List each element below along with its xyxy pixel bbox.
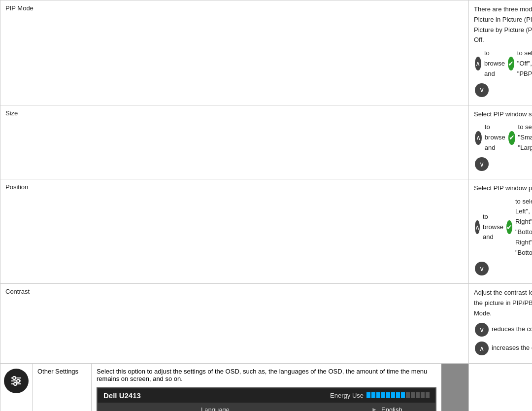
check-icon: ✔ [508, 57, 514, 70]
pos-down-icon: ∨ [475, 262, 489, 275]
osd-energy: Energy Use [330, 392, 430, 399]
energy-seg-7 [396, 392, 400, 398]
contrast-reduces-row: ∨ reduces the contrast [474, 322, 532, 338]
pip-mode-label: PIP Mode [0, 0, 469, 105]
energy-seg-11 [416, 392, 420, 398]
contrast-up-icon: ∧ [475, 342, 489, 355]
language-label: Language [201, 406, 367, 411]
osd-row-language: Language ► English [196, 403, 435, 411]
pip-mode-description: There are three modes: Picture in Pictur… [474, 4, 532, 45]
energy-seg-3 [376, 392, 380, 398]
contrast-increases-text: increases the contrast [492, 343, 532, 353]
energy-seg-12 [421, 392, 425, 398]
size-description: Select PIP window size. [474, 109, 532, 120]
contrast-description: Adjust the contrast level of the picture… [474, 288, 532, 318]
contrast-down-icon: ∨ [475, 323, 489, 337]
svg-point-3 [13, 377, 16, 379]
position-nav: ∧ to browse and ✔ to select "Top-Left", … [474, 197, 532, 258]
other-settings-row: Other Settings Select this option to adj… [0, 363, 532, 411]
size-nav: ∧ to browse and ✔ to select "Small" or "… [474, 122, 532, 153]
osd-sidebar: ☀ Brightness / Contrast → Input Source [98, 403, 196, 411]
pos-select-text: to select "Top-Left", "Top-Right", "Bott… [515, 197, 532, 258]
position-row: Position Select PIP window position. ∧ t… [0, 179, 532, 284]
position-description: Select PIP window position. [474, 183, 532, 194]
osd-body: ☀ Brightness / Contrast → Input Source [98, 403, 435, 411]
osd-header: Dell U2413 Energy Use [98, 388, 435, 403]
position-content: Select PIP window position. ∧ to browse … [469, 179, 532, 284]
pip-mode-select-text: to select "Off", "PIP" or "PBP". [517, 48, 532, 79]
energy-seg-2 [371, 392, 375, 398]
page-wrapper: PIP Mode There are three modes: Picture … [0, 0, 532, 411]
size-down-row: ∨ [474, 156, 532, 172]
pos-up-icon: ∧ [475, 220, 480, 234]
osd-title: Dell U2413 [103, 391, 141, 400]
svg-point-4 [17, 379, 20, 382]
pip-mode-down-row: ∨ [474, 82, 532, 98]
energy-seg-6 [391, 392, 395, 398]
language-arrow: ► [371, 406, 377, 411]
pip-mode-row: PIP Mode There are three modes: Picture … [0, 0, 532, 105]
size-select-text: to select "Small" or "Large". [518, 122, 532, 153]
energy-seg-13 [426, 392, 430, 398]
energy-seg-8 [401, 392, 405, 398]
up-arrow-icon: ∧ [475, 57, 481, 70]
contrast-label: Contrast [0, 284, 469, 363]
pip-mode-nav-text: to browse and [484, 48, 505, 79]
svg-point-5 [14, 382, 17, 385]
language-value: English [381, 406, 431, 411]
pip-mode-nav: ∧ to browse and ✔ to select "Off", "PIP"… [474, 48, 532, 79]
osd-content-panel: Language ► English Menu Transparency ► 2… [196, 403, 435, 411]
pos-check-icon: ✔ [506, 220, 512, 234]
energy-seg-10 [411, 392, 415, 398]
energy-seg-9 [406, 392, 410, 398]
osd-screen: Dell U2413 Energy Use [97, 387, 436, 411]
energy-bar [366, 392, 430, 398]
energy-seg-5 [386, 392, 390, 398]
sidebar-item-brightness[interactable]: ☀ Brightness / Contrast [98, 405, 196, 411]
other-settings-label: Other Settings [37, 368, 78, 375]
contrast-increases-row: ∧ increases the contrast [474, 341, 532, 356]
contrast-content: Adjust the contrast level of the picture… [469, 284, 532, 363]
position-label: Position [0, 179, 469, 284]
size-nav-text: to browse and [485, 122, 505, 153]
size-label: Size [0, 105, 469, 179]
main-table: PIP Mode There are three modes: Picture … [0, 0, 532, 411]
contrast-row: Contrast Adjust the contrast level of th… [0, 284, 532, 363]
other-settings-description: Select this option to adjust the setting… [97, 368, 436, 382]
osd-energy-label: Energy Use [330, 392, 364, 399]
energy-seg-4 [381, 392, 385, 398]
size-down-icon: ∨ [475, 157, 489, 171]
contrast-reduces-text: reduces the contrast [492, 324, 532, 335]
size-check-icon: ✔ [508, 131, 515, 145]
size-content: Select PIP window size. ∧ to browse and … [469, 105, 532, 179]
size-up-icon: ∧ [475, 131, 482, 145]
pip-mode-content: There are three modes: Picture in Pictur… [469, 0, 532, 105]
down-arrow-icon: ∨ [475, 83, 489, 97]
pos-nav-text: to browse and [483, 212, 503, 242]
pos-down-row: ∨ [474, 261, 532, 276]
size-row: Size Select PIP window size. ∧ to browse… [0, 105, 532, 179]
other-settings-icon [4, 369, 29, 393]
energy-seg-1 [366, 392, 370, 398]
brightness-icon: ☀ [102, 409, 113, 411]
